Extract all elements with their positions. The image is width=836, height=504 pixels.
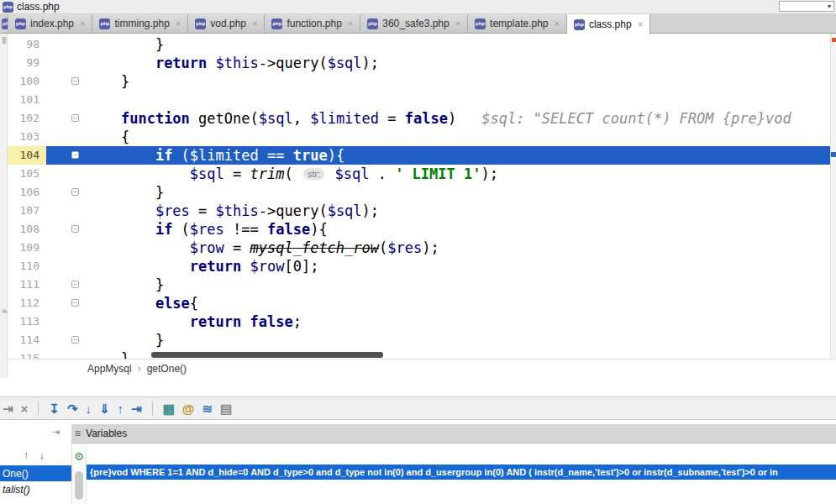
code-line[interactable]: 111− }: [8, 276, 830, 294]
code-line[interactable]: 99 return $this->query($sql);: [8, 54, 830, 72]
tab-close-icon[interactable]: ×: [555, 18, 560, 29]
code-line[interactable]: 115 }: [8, 349, 830, 359]
line-number[interactable]: 100: [8, 72, 46, 91]
code-token: }: [87, 276, 164, 293]
line-number[interactable]: 102: [8, 109, 46, 128]
fold-marker-icon[interactable]: −: [71, 281, 79, 288]
line-body: $sql = trim( str: $sql . ' LIMIT 1');: [46, 165, 830, 183]
code-line[interactable]: 101: [8, 91, 830, 109]
breadcrumb-item[interactable]: AppMysql: [87, 363, 132, 375]
tab-timming.php[interactable]: phptimming.php×: [92, 14, 188, 33]
code-line[interactable]: 98 }: [8, 35, 830, 54]
frame-down-icon[interactable]: ↓: [39, 449, 45, 461]
tab-function.php[interactable]: phpfunction.php×: [265, 14, 360, 33]
tab-close-icon[interactable]: ×: [348, 18, 353, 29]
hide-panel-icon[interactable]: ⇥: [52, 427, 60, 438]
code-line[interactable]: 107 $res = $this->query($sql);: [8, 202, 830, 220]
line-number[interactable]: 103: [8, 128, 46, 146]
line-number[interactable]: 101: [8, 91, 46, 109]
line-number[interactable]: 108: [8, 220, 46, 239]
breadcrumb-item[interactable]: getOne(): [147, 363, 187, 375]
force-step-into-icon[interactable]: ⇓: [99, 402, 110, 415]
tab-close-icon[interactable]: ×: [252, 18, 257, 29]
tab-close-icon[interactable]: ×: [455, 18, 460, 29]
breadcrumb-separator: ›: [138, 363, 141, 375]
frame-row[interactable]: One(): [0, 465, 71, 481]
line-number[interactable]: 106: [8, 183, 46, 202]
code-line[interactable]: 113 return false;: [8, 312, 830, 331]
horizontal-scrollbar[interactable]: [151, 352, 383, 358]
frame-up-icon[interactable]: ↑: [24, 449, 29, 461]
line-number[interactable]: 111: [8, 276, 46, 294]
fold-marker-icon[interactable]: −: [71, 114, 79, 122]
code-line[interactable]: 100− }: [8, 72, 830, 91]
code-line[interactable]: 103 {: [8, 128, 830, 146]
copy-stack-icon[interactable]: ▤: [220, 402, 232, 415]
tab-template.php[interactable]: phptemplate.php×: [468, 14, 567, 33]
code-line[interactable]: 110 return $row[0];: [8, 257, 830, 276]
code-line[interactable]: 102− function getOne($sql, $limited = fa…: [8, 109, 830, 128]
scrollbar-thumb[interactable]: [75, 471, 83, 500]
tab-360_safe3.php[interactable]: php360_safe3.php×: [360, 14, 468, 33]
line-number[interactable]: 98: [8, 35, 46, 54]
code-token: [0];: [284, 258, 318, 275]
fold-marker-icon[interactable]: −: [71, 77, 79, 85]
close-panel-icon[interactable]: ×: [21, 402, 29, 415]
variables-panel: {pre}vod WHERE 1=1 AND d_hide=0 AND d_ty…: [87, 444, 836, 504]
code-line[interactable]: 106− }: [8, 183, 830, 202]
line-number[interactable]: 107: [8, 202, 46, 220]
code-token: [87, 313, 190, 330]
line-number[interactable]: 105: [8, 165, 46, 183]
show-execution-point-icon[interactable]: ↧: [49, 402, 60, 415]
code-line[interactable]: 114− }: [8, 331, 830, 349]
tool-window-button[interactable]: p: [0, 309, 8, 312]
vertical-scrollbar[interactable]: [830, 34, 836, 359]
line-number[interactable]: 115: [8, 349, 46, 359]
code-line[interactable]: 104− if ($limited == true){: [8, 146, 830, 165]
fold-marker-icon[interactable]: −: [71, 299, 79, 307]
line-number[interactable]: 99: [8, 54, 46, 72]
fold-gutter: −: [46, 220, 87, 239]
tab-class.php[interactable]: phpclass.php×: [567, 14, 650, 34]
variable-value-row[interactable]: {pre}vod WHERE 1=1 AND d_hide=0 AND d_ty…: [87, 465, 836, 480]
code-editor[interactable]: 98 }99 return $this->query($sql);100− }1…: [0, 34, 836, 359]
tab-close-icon[interactable]: ×: [80, 18, 85, 29]
fold-marker-icon[interactable]: −: [71, 336, 79, 344]
hide-panel-icon[interactable]: ⇥: [3, 402, 13, 415]
code-line[interactable]: 105 $sql = trim( str: $sql . ' LIMIT 1')…: [8, 165, 830, 183]
code-text: }: [87, 331, 830, 349]
run-to-cursor-icon[interactable]: ⇥: [131, 402, 142, 415]
fold-marker-icon[interactable]: −: [71, 188, 79, 196]
tab-close-icon[interactable]: ×: [638, 19, 643, 29]
step-out-icon[interactable]: ↑: [118, 402, 124, 415]
line-number[interactable]: 110: [8, 257, 46, 276]
line-number[interactable]: 114: [8, 331, 46, 349]
tool-window-button[interactable]: ial: [0, 37, 8, 44]
code-line[interactable]: 109 $row = mysql_fetch_row($res);: [8, 239, 830, 257]
code-line[interactable]: 112− else{: [8, 294, 830, 312]
code-token: function: [121, 110, 190, 127]
tab-vod.php[interactable]: phpvod.php×: [188, 14, 265, 33]
step-into-icon[interactable]: ↓: [86, 402, 92, 415]
line-number[interactable]: 104: [8, 146, 46, 165]
code-token: }: [87, 73, 129, 90]
fold-marker-icon[interactable]: −: [71, 151, 79, 159]
code-line[interactable]: 108− if ($res !== false){: [8, 220, 830, 239]
line-body: [46, 91, 830, 109]
gear-icon[interactable]: ⚙: [74, 450, 84, 463]
evaluate-expression-icon[interactable]: @: [182, 402, 195, 415]
line-number[interactable]: 112: [8, 294, 46, 312]
step-over-icon[interactable]: ↷: [67, 402, 78, 415]
watches-icon[interactable]: ≋: [202, 402, 213, 415]
frame-row[interactable]: talist(): [0, 481, 71, 497]
line-number[interactable]: 113: [8, 312, 46, 331]
line-number[interactable]: 109: [8, 239, 46, 257]
code-token: return: [155, 55, 207, 71]
tab-index.php[interactable]: phpindex.php×: [8, 14, 92, 33]
tab-close-icon[interactable]: ×: [176, 18, 181, 29]
restore-layout-icon[interactable]: ▦: [163, 402, 175, 415]
tab-stub[interactable]: php: [0, 14, 8, 33]
tab-list: phpindex.php×phptimming.php×phpvod.php×p…: [8, 14, 650, 33]
fold-marker-icon[interactable]: −: [71, 225, 79, 233]
run-config-combo[interactable]: ▾: [779, 1, 834, 12]
